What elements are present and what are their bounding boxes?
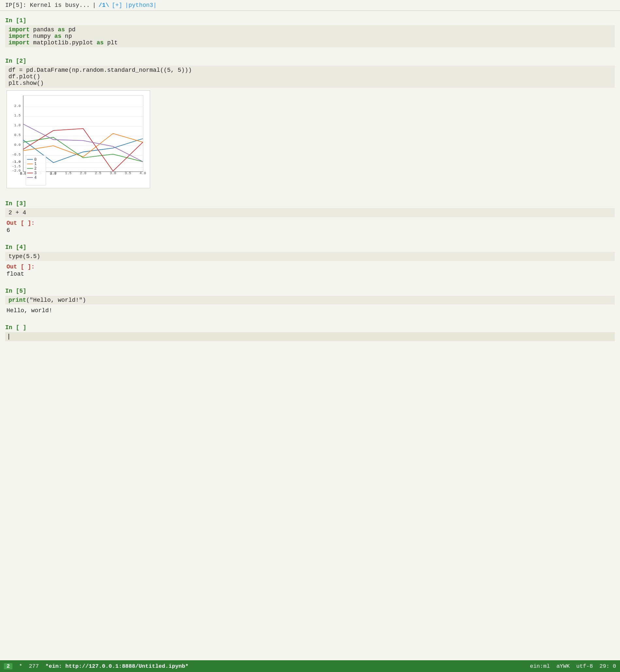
cell-4-output: Out [ ]: float: [6, 262, 615, 279]
status-right: ein:ml aYWK utf-8 29: 0: [530, 663, 616, 669]
cell-2: In [2] df = pd.DataFrame(np.random.stand…: [0, 51, 620, 194]
status-filename: *ein: http://127.0.0.1:8888/Untitled.ipy…: [45, 663, 189, 669]
cell-6-code[interactable]: [5, 332, 615, 341]
svg-text:1.0: 1.0: [50, 171, 57, 175]
kernel-busy-text: IP[5]: Kernel is busy...: [5, 2, 90, 8]
cell-5: In [5] print("Hello, world!") Hello, wor…: [0, 281, 620, 318]
status-mode-indicator: ein:ml: [530, 663, 550, 669]
cell-5-in-label: In [5]: [5, 288, 615, 294]
cell-1-in-label: In [1]: [5, 17, 615, 24]
svg-text:-1.5: -1.5: [12, 164, 20, 168]
svg-text:0.5: 0.5: [14, 133, 21, 137]
svg-text:0.0: 0.0: [14, 143, 21, 147]
cell-1: In [1] import pandas as pd import numpy …: [0, 11, 620, 51]
cell-5-code-text: print("Hello, world!"): [8, 297, 612, 303]
matplotlib-plot: 2.0 1.5 1.0 0.5 0.0 -0.5 -1.0 0.0 0.5 0.…: [6, 90, 150, 188]
svg-text:-2.0: -2.0: [12, 169, 20, 173]
cell-4: In [4] type(5.5) Out [ ]: float: [0, 237, 620, 281]
svg-text:2.0: 2.0: [80, 171, 87, 175]
svg-text:1.0: 1.0: [14, 123, 21, 127]
cell-1-code-text: import pandas as pd import numpy as np i…: [8, 26, 612, 46]
svg-text:1.5: 1.5: [65, 171, 71, 175]
svg-text:-0.5: -0.5: [12, 153, 20, 157]
svg-text:1.5: 1.5: [14, 114, 21, 117]
status-star: *: [19, 663, 22, 669]
cell-2-code[interactable]: df = pd.DataFrame(np.random.standard_nor…: [5, 66, 615, 88]
cell-6: In [ ]: [0, 318, 620, 345]
cell-3-out-label: Out [ ]:: [6, 220, 615, 226]
top-separator: |: [92, 2, 96, 8]
cell-4-in-label: In [4]: [5, 244, 615, 250]
svg-text:3: 3: [34, 171, 37, 175]
status-position: 29: 0: [600, 663, 616, 669]
cell-3-code-text: 2 + 4: [8, 210, 612, 216]
svg-text:1: 1: [34, 162, 37, 166]
cell-5-code[interactable]: print("Hello, world!"): [5, 295, 615, 305]
cell-3: In [3] 2 + 4 Out [ ]: 6: [0, 194, 620, 237]
top-status-bar: IP[5]: Kernel is busy... | /1\ [+] |pyth…: [0, 0, 620, 11]
status-bar: 2 * 277 *ein: http://127.0.0.1:8888/Unti…: [0, 660, 620, 672]
cell-3-in-label: In [3]: [5, 200, 615, 207]
cell-1-code[interactable]: import pandas as pd import numpy as np i…: [5, 25, 615, 47]
cell-3-output-text: 6: [6, 227, 615, 234]
svg-text:2: 2: [34, 166, 37, 171]
cell-number[interactable]: /1\: [99, 2, 109, 8]
cell-4-output-text: float: [6, 271, 615, 277]
add-cell-btn[interactable]: [+]: [112, 2, 122, 8]
cell-3-code[interactable]: 2 + 4: [5, 208, 615, 217]
svg-text:3.0: 3.0: [110, 171, 116, 175]
svg-text:2.5: 2.5: [95, 171, 101, 175]
svg-text:4: 4: [34, 175, 37, 180]
cell-4-out-label: Out [ ]:: [6, 264, 615, 270]
cell-2-code-text: df = pd.DataFrame(np.random.standard_nor…: [8, 67, 612, 87]
cell-3-output: Out [ ]: 6: [6, 219, 615, 235]
cell-5-output: Hello, world!: [6, 306, 615, 315]
notebook-area: In [1] import pandas as pd import numpy …: [0, 11, 620, 660]
cell-2-in-label: In [2]: [5, 58, 615, 64]
status-encoding-indicator: aYWK: [556, 663, 570, 669]
svg-text:-1.0: -1.0: [12, 160, 20, 164]
kernel-name: |python3|: [125, 2, 157, 8]
cell-5-output-text: Hello, world!: [6, 307, 615, 314]
cell-2-output: 2.0 1.5 1.0 0.5 0.0 -0.5 -1.0 0.0 0.5 0.…: [6, 89, 615, 191]
svg-text:2.0: 2.0: [14, 104, 21, 108]
cell-4-code[interactable]: type(5.5): [5, 252, 615, 261]
status-linenum: 277: [29, 663, 39, 669]
svg-text:0: 0: [34, 158, 37, 162]
svg-text:0.0: 0.0: [20, 171, 27, 175]
cursor: [8, 334, 9, 340]
cell-6-in-label: In [ ]: [5, 324, 615, 331]
mode-indicator: 2: [4, 663, 12, 669]
svg-text:3.5: 3.5: [125, 171, 131, 175]
status-encoding: utf-8: [576, 663, 593, 669]
svg-text:4.0: 4.0: [140, 171, 146, 175]
cell-4-code-text: type(5.5): [8, 253, 612, 260]
